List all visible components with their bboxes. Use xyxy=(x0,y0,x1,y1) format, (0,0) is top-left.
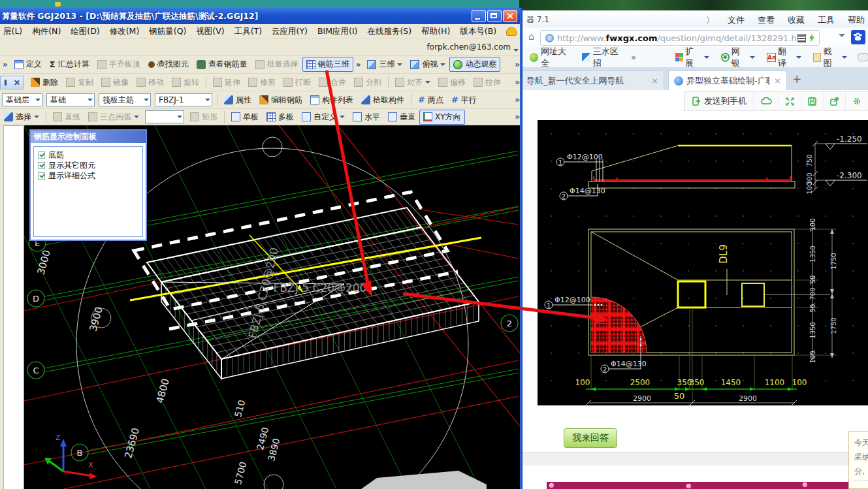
define-button[interactable]: 定义 xyxy=(10,57,46,72)
three-point-arc-button[interactable]: 三点画弧 xyxy=(84,110,143,125)
address-bar[interactable]: http://www.fwxgx.com/question/gimq/detai… xyxy=(540,30,820,46)
tab-navigation[interactable]: 导航_新一代安全上网导航 × xyxy=(521,71,664,90)
tab-close-icon[interactable]: × xyxy=(651,76,658,86)
menu-view[interactable]: 查看 xyxy=(758,14,775,26)
summary-calc-button[interactable]: Σ汇总计算 xyxy=(46,57,93,72)
close-button[interactable] xyxy=(503,10,517,22)
multi-slab-button[interactable]: 多板 xyxy=(263,110,298,125)
parallel-button[interactable]: #平行 xyxy=(447,93,481,108)
tab-close-icon[interactable]: × xyxy=(774,76,781,86)
minimize-button[interactable] xyxy=(472,10,486,22)
send-to-phone-button[interactable]: 发送到手机 xyxy=(684,92,753,110)
toolbar-overflow-icon[interactable]: » xyxy=(353,60,364,69)
flush-slab-top-button[interactable]: 平齐板顶 xyxy=(93,57,144,72)
home-icon[interactable]: ⌂ xyxy=(528,33,537,41)
split-button[interactable]: 分割 xyxy=(350,75,385,90)
menu-favorites[interactable]: 收藏 xyxy=(788,14,805,26)
single-slab-button[interactable]: 单板 xyxy=(227,110,263,125)
slab-model[interactable]: FBZJ-5 C20@200 FBZJ-5 C20@200 xyxy=(130,192,481,379)
properties-button[interactable]: 属性 xyxy=(220,93,255,108)
two-point-button[interactable]: #两点 xyxy=(414,93,447,108)
checkbox-checked-icon[interactable] xyxy=(38,162,45,169)
merge-button[interactable]: 合并 xyxy=(315,75,350,90)
account-email[interactable]: forpk.chen@163.com xyxy=(427,42,511,52)
checkbox-checked-icon[interactable] xyxy=(38,172,45,180)
toolbar-overflow-icon[interactable]: » xyxy=(0,60,10,69)
xy-direction-button[interactable]: XY方向 xyxy=(419,110,465,125)
top-view-button[interactable]: 俯视 xyxy=(406,57,449,72)
maximize-button[interactable] xyxy=(487,10,502,22)
menu-view[interactable]: 视图(V) xyxy=(196,26,224,37)
lightning-icon[interactable] xyxy=(808,33,816,42)
chevron-down-icon[interactable] xyxy=(513,49,519,54)
close-icon[interactable] xyxy=(14,80,20,86)
menu-component[interactable]: 构件(N) xyxy=(32,26,61,37)
menu-tools[interactable]: 工具(T) xyxy=(234,26,262,37)
address-dropdown-icon[interactable] xyxy=(839,34,845,40)
checkbox-show-formula[interactable]: 显示详细公式 xyxy=(38,170,142,181)
mirror-button[interactable]: 镜像 xyxy=(97,75,133,90)
align-button[interactable]: 对齐 xyxy=(391,75,434,90)
save-button[interactable] xyxy=(801,92,823,110)
games-icon[interactable] xyxy=(858,53,868,61)
screenshot-button[interactable]: 截图 xyxy=(813,46,847,69)
break-button[interactable]: 打断 xyxy=(280,75,315,90)
copy-button[interactable]: 复制 xyxy=(62,75,97,90)
cloud-button[interactable] xyxy=(753,92,779,110)
extend-button[interactable]: 延伸 xyxy=(209,75,244,90)
offset-button[interactable]: 偏移 xyxy=(434,75,470,90)
view-3d-button[interactable]: 三维 xyxy=(363,57,406,72)
checkbox-show-other[interactable]: 显示其它图元 xyxy=(38,160,142,170)
delete-button[interactable]: 删除 xyxy=(27,75,62,90)
bookmark-wangzhidaquan[interactable]: 网址大全 xyxy=(530,46,573,69)
category-combo[interactable]: 基础 xyxy=(46,93,95,106)
browser-titlebar[interactable]: 器 7.1 〉 文件 查看 收藏 工具 帮助 xyxy=(521,10,868,27)
stretch-button[interactable]: 拉伸 xyxy=(470,75,505,90)
answer-button[interactable]: 我来回答 xyxy=(564,428,617,448)
new-tab-button[interactable]: + xyxy=(792,72,801,86)
menu-rebar[interactable]: 钢筋量(Q) xyxy=(149,26,186,37)
menu-cloud[interactable]: 云应用(Y) xyxy=(272,26,308,37)
ebank-button[interactable]: ¥网银 xyxy=(721,46,755,69)
settings-button[interactable] xyxy=(845,92,868,110)
edit-rebar-button[interactable]: 编辑钢筋 xyxy=(255,93,306,108)
desktop-icon[interactable] xyxy=(55,2,61,7)
url-text[interactable]: http://www.fwxgx.com/question/gimq/detai… xyxy=(557,33,798,43)
checkbox-bottom-rebar[interactable]: 底筋 xyxy=(38,150,142,160)
menu-tools[interactable]: 工具 xyxy=(818,14,835,26)
share-button[interactable] xyxy=(823,92,845,110)
find-element-button[interactable]: 查找图元 xyxy=(144,57,193,72)
extensions-button[interactable]: 扩展 xyxy=(675,46,709,69)
custom-button[interactable]: 自定义 xyxy=(298,110,349,125)
menu-bim[interactable]: BIM应用(I) xyxy=(317,26,358,37)
menu-draw[interactable]: 绘图(D) xyxy=(71,26,99,37)
component-list-button[interactable]: 构件列表 xyxy=(306,93,357,108)
checkbox-checked-icon[interactable] xyxy=(38,151,45,159)
cad-drawing-image[interactable]: 1 Φ12@100 2 Φ14@130 750 300 10 xyxy=(538,120,868,405)
panel-title[interactable]: 钢筋显示控制面板 xyxy=(31,131,146,143)
orbit-handle[interactable] xyxy=(263,137,282,157)
pin-icon[interactable] xyxy=(5,80,7,86)
menu-help[interactable]: 帮助(H) xyxy=(421,26,450,37)
rebar-type-combo[interactable]: 筏板主筋 xyxy=(99,93,151,106)
tab-foundation-question[interactable]: 异型独立基础绘制-广联达服务 × xyxy=(668,71,787,90)
menu-floor[interactable]: 层(L) xyxy=(3,26,22,37)
rebar-display-panel[interactable]: 钢筋显示控制面板 底筋 显示其它图元 显示详细公式 xyxy=(29,129,147,241)
pick-component-button[interactable]: 拾取构件 xyxy=(357,93,408,108)
rebar-3d-button[interactable]: 钢筋三维 xyxy=(302,57,353,72)
trim-button[interactable]: 修剪 xyxy=(244,75,280,90)
horizontal-button[interactable]: 水平 xyxy=(349,110,384,125)
menu-help[interactable]: 帮助 xyxy=(848,14,865,26)
ggj-titlebar[interactable]: 算量软件 GGJ2013 - [D:\预结算及抽筋\广联达抽筋\测试-2.GGJ… xyxy=(0,8,522,24)
move-button[interactable]: 移动 xyxy=(133,75,168,90)
menu-file[interactable]: 文件 xyxy=(728,14,745,26)
view-rebar-qty-button[interactable]: 查看钢筋量 xyxy=(193,57,251,72)
menu-online[interactable]: 在线服务(S) xyxy=(367,26,411,37)
batch-select-button[interactable]: 批量选择 xyxy=(251,57,302,72)
rotate-button[interactable]: 旋转 xyxy=(168,75,203,90)
translate-button[interactable]: Aa翻译 xyxy=(767,46,801,69)
bookmarks-overflow-icon[interactable]: » xyxy=(631,52,636,62)
radius-combo[interactable] xyxy=(145,110,184,123)
element-combo[interactable]: FBZJ-1 xyxy=(155,93,212,106)
select-button[interactable]: 选择 xyxy=(0,110,43,125)
